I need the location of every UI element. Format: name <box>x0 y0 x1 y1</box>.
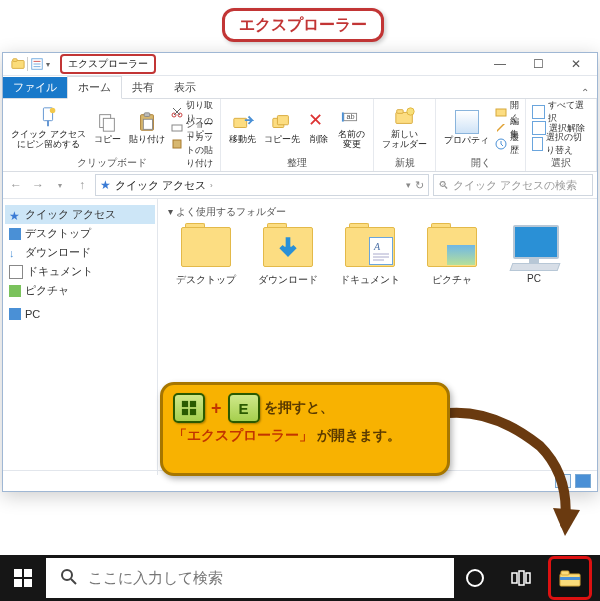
taskbar-icons <box>456 556 600 600</box>
navigation-pane: ★クイック アクセス デスクトップ ↓ダウンロード ドキュメント ピクチャ PC <box>3 199 158 475</box>
svg-rect-16 <box>173 140 181 148</box>
search-placeholder: クイック アクセスの検索 <box>453 178 577 193</box>
documents-icon <box>9 265 23 279</box>
search-icon <box>60 568 78 589</box>
delete-button[interactable]: ✕削除 <box>306 111 332 145</box>
invert-selection-label: 選択の切り替え <box>546 131 590 157</box>
svg-rect-43 <box>512 573 517 583</box>
paste-button[interactable]: 貼り付け <box>127 111 167 145</box>
svg-rect-19 <box>278 116 289 125</box>
nav-documents[interactable]: ドキュメント <box>5 262 155 281</box>
svg-rect-44 <box>519 571 524 585</box>
windows-key <box>173 393 205 423</box>
svg-rect-17 <box>234 118 247 127</box>
svg-rect-12 <box>143 119 152 129</box>
ribbon-group-new: 新しい フォルダー 新規 <box>374 99 436 171</box>
item-caption: PC <box>527 273 541 284</box>
item-caption: デスクトップ <box>176 273 236 287</box>
address-dropdown-icon[interactable]: ▾ <box>406 180 411 190</box>
svg-rect-36 <box>14 569 22 577</box>
maximize-button[interactable]: ☐ <box>527 57 549 71</box>
copy-button[interactable]: コピー <box>92 111 123 145</box>
svg-rect-39 <box>24 579 32 587</box>
tip-text1: を押すと、 <box>264 399 334 417</box>
address-input[interactable]: ★ クイック アクセス › ▾ ↻ <box>95 174 429 196</box>
group-open-label: 開く <box>442 155 519 170</box>
svg-point-42 <box>467 570 483 586</box>
copy-to-icon <box>271 111 293 133</box>
tab-home[interactable]: ホーム <box>67 76 122 99</box>
svg-rect-15 <box>172 125 182 131</box>
frequent-folders-label: よく使用するフォルダー <box>176 206 286 217</box>
paste-icon <box>136 111 158 133</box>
new-folder-button[interactable]: 新しい フォルダー <box>380 106 429 150</box>
taskbar-search-placeholder: ここに入力して検索 <box>88 569 223 588</box>
back-button[interactable]: ← <box>7 176 25 194</box>
star-icon: ★ <box>9 209 21 221</box>
nav-quick-access[interactable]: ★クイック アクセス <box>5 205 155 224</box>
tab-file[interactable]: ファイル <box>3 77 67 98</box>
group-clipboard-label: クリップボード <box>9 155 214 170</box>
frequent-folders-header[interactable]: ▾ よく使用するフォルダー <box>168 205 587 219</box>
properties-button[interactable]: プロパティ <box>442 110 491 146</box>
invert-selection-button[interactable]: 選択の切り替え <box>532 137 590 152</box>
qat-folder-icon[interactable] <box>11 57 25 71</box>
forward-button[interactable]: → <box>29 176 47 194</box>
tab-share[interactable]: 共有 <box>122 77 164 98</box>
folder-item-pictures[interactable]: ピクチャ <box>414 223 490 287</box>
refresh-icon[interactable]: ↻ <box>415 179 424 192</box>
qat-properties-icon[interactable] <box>30 57 44 71</box>
task-view-button[interactable] <box>502 559 540 597</box>
nav-desktop[interactable]: デスクトップ <box>5 224 155 243</box>
cortana-button[interactable] <box>456 559 494 597</box>
taskbar-search[interactable]: ここに入力して検索 <box>46 558 454 598</box>
move-to-button[interactable]: 移動先 <box>227 111 258 145</box>
ribbon-group-organize: 移動先 コピー先 ✕削除 ab名前の 変更 整理 <box>221 99 374 171</box>
close-button[interactable]: ✕ <box>565 57 587 71</box>
nav-label: ドキュメント <box>27 264 93 279</box>
qat-dropdown-icon[interactable]: ▾ <box>46 60 50 69</box>
svg-rect-48 <box>560 577 580 580</box>
svg-rect-1 <box>13 59 17 62</box>
downloads-icon: ↓ <box>9 247 21 259</box>
svg-rect-21 <box>342 113 344 122</box>
nav-pc[interactable]: PC <box>5 306 155 322</box>
minimize-button[interactable]: — <box>489 57 511 71</box>
rename-button[interactable]: ab名前の 変更 <box>336 106 367 150</box>
tab-view[interactable]: 表示 <box>164 77 206 98</box>
nav-label: ダウンロード <box>25 245 91 260</box>
copy-label: コピー <box>94 135 121 145</box>
up-button[interactable]: ↑ <box>73 176 91 194</box>
svg-rect-45 <box>526 573 530 583</box>
select-all-button[interactable]: すべて選択 <box>532 105 590 120</box>
start-button[interactable] <box>0 555 46 601</box>
history-dropdown[interactable]: ▾ <box>51 176 69 194</box>
nav-downloads[interactable]: ↓ダウンロード <box>5 243 155 262</box>
folder-item-downloads[interactable]: ダウンロード <box>250 223 326 287</box>
svg-point-40 <box>62 570 72 580</box>
search-input[interactable]: 🔍︎ クイック アクセスの検索 <box>433 174 593 196</box>
svg-rect-37 <box>24 569 32 577</box>
copy-to-button[interactable]: コピー先 <box>262 111 302 145</box>
open-icon <box>495 106 507 118</box>
taskbar-explorer-button[interactable] <box>548 556 592 600</box>
tip-highlight: 「エクスプローラー」 <box>173 427 313 443</box>
pictures-icon <box>9 285 21 297</box>
svg-point-7 <box>50 108 56 114</box>
pin-to-quick-access-button[interactable]: クイック アクセス にピン留めする <box>9 106 88 150</box>
ribbon-collapse-icon[interactable]: ⌃ <box>573 87 597 98</box>
history-button[interactable]: 履歴 <box>495 137 519 152</box>
svg-rect-33 <box>190 401 196 407</box>
folder-item-pc[interactable]: PC <box>496 223 572 287</box>
pc-icon <box>9 308 21 320</box>
svg-line-41 <box>71 579 76 584</box>
ribbon-group-clipboard: クイック アクセス にピン留めする コピー 貼り付け 切り取り パスのコピー シ… <box>3 99 221 171</box>
address-bar: ← → ▾ ↑ ★ クイック アクセス › ▾ ↻ 🔍︎ クイック アクセスの検… <box>3 172 597 199</box>
folder-item-documents[interactable]: A ドキュメント <box>332 223 408 287</box>
group-select-label: 選択 <box>532 155 590 170</box>
nav-pictures[interactable]: ピクチャ <box>5 281 155 300</box>
delete-icon: ✕ <box>308 111 330 133</box>
paste-shortcut-button[interactable]: ショートカットの貼り付け <box>171 137 215 152</box>
folder-item-desktop[interactable]: デスクトップ <box>168 223 244 287</box>
windows-logo-icon <box>14 569 32 587</box>
